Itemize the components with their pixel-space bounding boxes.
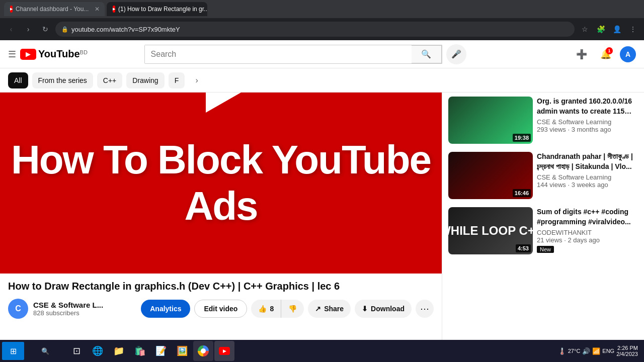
notifications-button[interactable]: 🔔 1 [596,44,616,64]
taskbar-system-tray: 🌡️ 27°C 🔊 📶 ENG 2:26 PM 2/4/2023 [554,345,642,357]
back-button[interactable]: ‹ [4,22,18,36]
browser-toolbar: ‹ › ↻ 🔒 youtube.com/watch?v=SP7x90mkteY … [0,18,644,40]
taskbar-search[interactable]: 🔍 [25,341,65,361]
menu-icon[interactable]: ⋮ [626,22,640,36]
more-options-button[interactable]: ⋯ [416,300,434,318]
taskbar-icons: 🔍 ⊡ 🌐 📁 🛍️ 📝 🖼️ ▶ [25,341,553,361]
share-button[interactable]: ↗ Share [308,300,351,318]
download-icon: ⬇ [362,305,368,313]
start-button[interactable]: ⊞ [2,342,24,360]
yt-header-actions: ➕ 🔔 1 A [572,44,636,64]
sidebar-duration-0: 19:38 [513,134,531,142]
like-dislike-group: 👍 8 👎 [251,300,304,318]
profile-icon[interactable]: 👤 [610,22,624,36]
temperature: 27°C [568,348,581,354]
yt-logo-area: ☰ YouTubeBD [8,48,88,60]
sidebar-info-2: Sum of digits #c++ #coding #programming … [537,207,638,254]
new-badge-2: New [537,246,554,253]
tab-1[interactable]: Channel dashboard - You... ✕ [4,2,105,16]
sidebar-item-0[interactable]: 19:38 Org. is granted 160.20.0.0/16 admi… [446,93,640,148]
search-button[interactable]: 🔍 [412,45,442,63]
sidebar-thumb-1: 16:46 [448,152,533,199]
chip-from-series[interactable]: From the series [32,72,93,88]
address-bar[interactable]: 🔒 youtube.com/watch?v=SP7x90mkteY [55,22,575,37]
video-info: How to Draw Rectangle in graphics.h (Dev… [0,274,442,325]
sidebar-channel-0: CSE & Software Learning [537,118,638,126]
yt-taskbar-icon: ▶ [219,347,230,355]
video-player[interactable]: How To Block YouTube Ads [0,93,442,274]
sidebar-channel-1: CSE & Software Learning [537,173,638,181]
address-text: youtube.com/watch?v=SP7x90mkteY [71,26,180,33]
bookmark-icon[interactable]: ☆ [578,22,592,36]
yt-logo-icon [20,49,36,60]
sidebar-item-1[interactable]: 16:46 Chandranath pahar | সীতাকুণ্ড | চন… [446,148,640,203]
thumbs-up-icon: 👍 [258,305,267,313]
sidebar-meta-1: 144 views · 3 weeks ago [537,181,638,189]
action-buttons: Analytics Edit video 👍 8 👎 [141,300,434,318]
chip-f[interactable]: F [169,72,185,88]
video-title: How to Draw Rectangle in graphics.h (Dev… [8,280,434,293]
taskbar-store[interactable]: 🛍️ [130,341,150,361]
sidebar-item-2[interactable]: WHILE LOOP C++ 4:53 Sum of digits #c++ #… [446,203,640,258]
tab-2[interactable]: (1) How to Draw Rectangle in gr... ✕ [107,2,207,16]
hamburger-menu[interactable]: ☰ [8,49,16,60]
like-button[interactable]: 👍 8 [251,300,281,318]
analytics-button[interactable]: Analytics [141,300,190,318]
chip-all[interactable]: All [8,72,28,88]
sidebar-info-1: Chandranath pahar | সীতাকুণ্ড | চন্দ্রনা… [537,152,638,199]
edit-video-button[interactable]: Edit video [194,300,247,318]
taskbar-explorer[interactable]: 📁 [109,341,129,361]
sidebar-duration-2: 4:53 [516,244,531,252]
tab-close-1[interactable]: ✕ [95,6,100,13]
taskbar-chrome[interactable] [193,341,213,361]
forward-button[interactable]: › [21,22,35,36]
lock-icon: 🔒 [61,26,68,33]
taskbar-taskview[interactable]: ⊡ [66,341,87,361]
filter-chips: All From the series C++ Drawing F › [0,68,644,93]
channel-subs: 828 subscribers [33,309,103,317]
like-count: 8 [270,305,274,313]
chips-next-arrow[interactable]: › [189,72,205,88]
user-avatar[interactable]: A [620,46,636,62]
sidebar-channel-2: CODEWITHANKIT [537,229,638,236]
taskbar: ⊞ 🔍 ⊡ 🌐 📁 🛍️ 📝 🖼️ ▶ 🌡️ 27°C 🔊 📶 ENG 2: [0,340,644,362]
sidebar-title-2: Sum of digits #c++ #coding #programming … [537,207,638,227]
taskbar-yt-app[interactable]: ▶ [214,341,234,361]
video-area: How To Block YouTube Ads How to Draw Rec… [0,93,442,362]
yt-header: ☰ YouTubeBD 🔍 🎤 ➕ 🔔 1 A [0,40,644,68]
yt-search-area: 🔍 🎤 [144,44,466,64]
sidebar-info-0: Org. is granted 160.20.0.0/16 admin want… [537,97,638,144]
share-icon: ↗ [315,305,321,313]
taskbar-language: ENG [602,348,614,354]
channel-avatar[interactable]: C [8,299,28,319]
channel-name[interactable]: CSE & Software L... [33,301,103,309]
yt-logo[interactable]: YouTubeBD [20,48,88,60]
yt-search-box: 🔍 [144,45,442,64]
yt-main-content: How To Block YouTube Ads How to Draw Rec… [0,93,644,362]
taskbar-photos[interactable]: 🖼️ [172,341,192,361]
sidebar-meta-0: 293 views · 3 months ago [537,126,638,133]
search-input[interactable] [145,45,412,63]
reload-button[interactable]: ↻ [38,22,52,36]
browser-chrome: Channel dashboard - You... ✕ (1) How to … [0,0,644,40]
download-button[interactable]: ⬇ Download [355,300,412,318]
chip-cpp[interactable]: C++ [97,72,122,88]
extensions-icon[interactable]: 🧩 [594,22,608,36]
dislike-button[interactable]: 👎 [281,300,304,318]
create-video-button[interactable]: ➕ [572,44,592,64]
ad-overlay: How To Block YouTube Ads [0,93,442,274]
taskbar-vscode[interactable]: 📝 [151,341,171,361]
sys-icons: 🌡️ 27°C 🔊 📶 ENG [558,347,614,355]
taskbar-edge[interactable]: 🌐 [88,341,108,361]
tab-favicon-2 [113,6,115,13]
thumbs-down-icon: 👎 [288,305,297,313]
sidebar-meta-2: 21 views · 2 days ago [537,236,638,244]
tab-label-2: (1) How to Draw Rectangle in gr... [118,6,207,13]
taskbar-clock[interactable]: 2:26 PM 2/4/2023 [616,345,638,357]
ad-text: How To Block YouTube Ads [0,137,442,229]
mic-button[interactable]: 🎤 [446,44,466,64]
chip-drawing[interactable]: Drawing [126,72,164,88]
channel-info: C CSE & Software L... 828 subscribers [8,299,137,319]
sidebar-title-1: Chandranath pahar | সীতাকুণ্ড | চন্দ্রনা… [537,152,638,171]
sidebar: 19:38 Org. is granted 160.20.0.0/16 admi… [442,93,644,362]
